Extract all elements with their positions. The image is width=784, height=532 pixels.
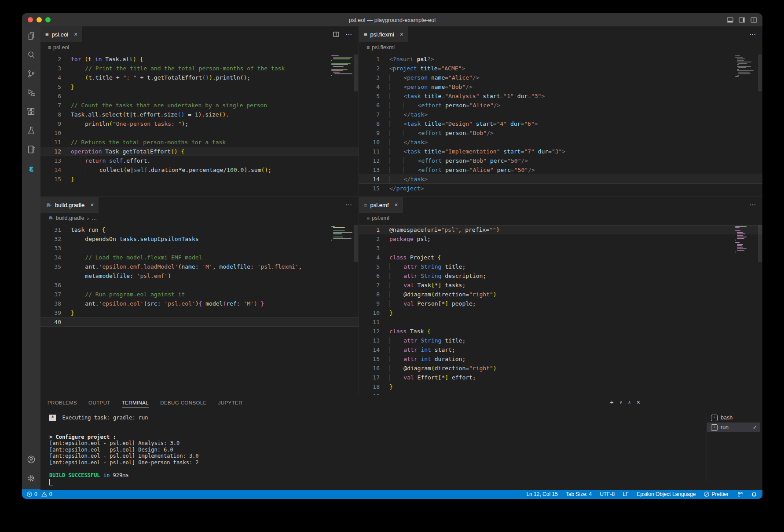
tab-label: build.gradle	[55, 202, 84, 208]
close-icon[interactable]: ×	[395, 201, 398, 208]
terminal-output[interactable]: * Executing task: gradle: run> Configure…	[49, 415, 701, 485]
epsilon-icon[interactable]: ε	[22, 159, 40, 178]
code-line: 7// Count the tasks that are undertaken …	[40, 101, 359, 110]
indentation[interactable]: Tab Size: 4	[562, 491, 596, 497]
language-mode[interactable]: Epsilon Object Language	[633, 491, 700, 497]
eol-sequence[interactable]: LF	[619, 491, 633, 497]
terminal-line: > Configure project :	[49, 434, 701, 441]
extensions-icon[interactable]	[22, 102, 40, 121]
code-line: 6	[40, 91, 359, 101]
code-line: 40	[40, 317, 359, 327]
problems-status[interactable]: 0 0	[26, 491, 53, 497]
explorer-icon[interactable]	[22, 26, 40, 45]
code-editor-psl-flexmi[interactable]: 1<?nsuri psl?>2<project title="ACME">3 <…	[359, 53, 762, 197]
breadcrumb-ellipsis: …	[92, 215, 97, 221]
code-line: 6 attr String description;	[359, 271, 762, 281]
scrollbar-thumb[interactable]	[354, 225, 358, 262]
minimap[interactable]	[735, 55, 756, 78]
scrollbar-thumb[interactable]	[354, 55, 358, 91]
tab-bar: ≡ psl.flexmi × ⋯	[359, 26, 762, 42]
accounts-icon[interactable]	[22, 450, 40, 469]
code-line: 14 attr int start;	[359, 345, 762, 354]
code-line: 13 <effort person="Alice" perc="50"/>	[359, 165, 762, 175]
terminal-icon: ›	[711, 415, 718, 421]
toggle-secondary-sidebar-icon[interactable]	[739, 17, 745, 23]
code-line: 10}	[359, 308, 762, 317]
toggle-panel-icon[interactable]	[727, 17, 733, 23]
tab-terminal[interactable]: TERMINAL	[122, 397, 149, 408]
code-editor-psl-eol[interactable]: 2for (t in Task.all) {3 // Print the tit…	[40, 53, 359, 197]
terminal-item-run[interactable]: › run ✓	[707, 423, 760, 432]
code-line: 9 println("One-person tasks: ");	[40, 119, 359, 128]
breadcrumb[interactable]: ≡ psl.eol	[40, 42, 359, 53]
tab-problems[interactable]: PROBLEMS	[48, 397, 77, 408]
tab-build-gradle[interactable]: build.gradle ×	[40, 197, 99, 213]
search-icon[interactable]	[22, 45, 40, 64]
feedback-icon[interactable]	[733, 491, 747, 497]
code-line: 4 (t.title + ": " + t.getTotalEffort()).…	[40, 73, 359, 82]
code-editor-build-gradle[interactable]: 31task run {32 dependsOn tasks.setupEpsi…	[40, 223, 359, 395]
cursor-position[interactable]: Ln 12, Col 15	[522, 491, 561, 497]
breadcrumb[interactable]: ≡ psl.emf	[359, 213, 762, 223]
file-icon: ≡	[366, 215, 370, 221]
code-line: 18}	[359, 382, 762, 391]
close-icon[interactable]: ×	[74, 31, 77, 38]
code-line: 5 attr String title;	[359, 262, 762, 271]
minimap[interactable]	[735, 226, 756, 254]
code-editor-psl-emf[interactable]: 1@namespace(uri="psl", prefix="")2packag…	[359, 223, 762, 395]
scrollbar-thumb[interactable]	[758, 55, 762, 91]
breadcrumb[interactable]: ≡ psl.flexmi	[359, 42, 762, 53]
zoom-window-button[interactable]	[45, 17, 51, 22]
tab-psl-flexmi[interactable]: ≡ psl.flexmi ×	[359, 26, 408, 42]
more-actions-icon[interactable]: ⋯	[749, 30, 756, 38]
close-window-button[interactable]	[28, 17, 33, 22]
close-icon[interactable]: ×	[90, 201, 94, 208]
prettier-icon	[703, 491, 710, 497]
code-line: 31task run {	[40, 225, 359, 234]
code-line: 1<?nsuri psl?>	[359, 55, 762, 64]
more-actions-icon[interactable]: ⋯	[749, 201, 756, 209]
code-line: 8 @diagram(direction="right")	[359, 290, 762, 299]
more-actions-icon[interactable]: ⋯	[345, 201, 352, 209]
formatter-status[interactable]: Prettier	[700, 491, 733, 497]
tab-psl-emf[interactable]: ≡ psl.emf ×	[359, 197, 403, 213]
settings-gear-icon[interactable]	[22, 469, 40, 488]
terminal-item-bash[interactable]: › bash	[707, 413, 760, 423]
breadcrumb[interactable]: build.gradle › …	[40, 213, 359, 223]
code-line: 9 <effort person="Bob"/>	[359, 128, 762, 138]
new-terminal-icon[interactable]: +	[610, 399, 613, 405]
notebook-icon[interactable]	[22, 140, 40, 159]
maximize-panel-icon[interactable]: ∧	[628, 401, 631, 404]
code-line: 10	[40, 128, 359, 138]
minimap[interactable]	[331, 226, 352, 242]
minimap[interactable]	[331, 55, 352, 76]
close-panel-icon[interactable]: ×	[637, 399, 640, 405]
code-line: 19	[359, 391, 762, 395]
terminal-dropdown-icon[interactable]: ∨	[619, 401, 623, 404]
code-line: 32 dependsOn tasks.setupEpsilonTasks	[40, 234, 359, 244]
close-icon[interactable]: ×	[400, 31, 403, 38]
source-control-icon[interactable]	[22, 64, 40, 83]
tab-output[interactable]: OUTPUT	[88, 397, 110, 408]
run-and-debug-icon[interactable]	[22, 83, 40, 102]
vscode-window: psl.eol — playground-example-eol	[22, 13, 762, 499]
window-title: psl.eol — playground-example-eol	[22, 17, 762, 23]
more-actions-icon[interactable]: ⋯	[345, 30, 352, 38]
code-line: 15 attr int duration;	[359, 354, 762, 364]
split-editor-icon[interactable]	[333, 32, 339, 37]
testing-icon[interactable]	[22, 121, 40, 140]
notifications-bell-icon[interactable]	[747, 491, 762, 498]
editor-grid: ≡ psl.eol × ⋯ ≡ psl.eol	[40, 26, 762, 395]
code-line: 7 </task>	[359, 110, 762, 119]
scrollbar-thumb[interactable]	[758, 225, 762, 262]
encoding[interactable]: UTF-8	[596, 491, 619, 497]
code-line: 5}	[40, 82, 359, 91]
tab-jupyter[interactable]: JUPYTER	[218, 397, 242, 408]
bottom-panel: PROBLEMS OUTPUT TERMINAL DEBUG CONSOLE J…	[40, 395, 762, 490]
minimize-window-button[interactable]	[37, 17, 42, 22]
tab-psl-eol[interactable]: ≡ psl.eol ×	[40, 26, 82, 42]
tab-debug-console[interactable]: DEBUG CONSOLE	[160, 397, 207, 408]
customize-layout-icon[interactable]	[751, 17, 757, 23]
code-line: 6 <effort person="Alice"/>	[359, 101, 762, 110]
editor-pane-psl-eol: ≡ psl.eol × ⋯ ≡ psl.eol	[40, 26, 359, 197]
